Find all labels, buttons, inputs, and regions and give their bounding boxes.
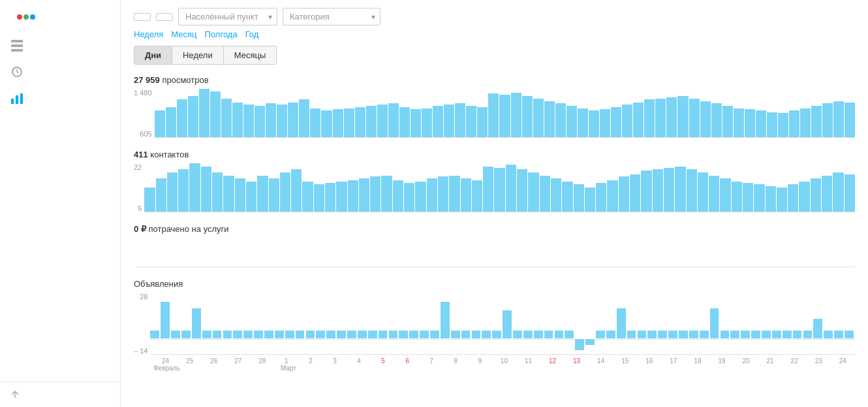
category-select[interactable]: Категория <box>283 8 380 25</box>
layers-icon <box>10 39 23 52</box>
bar <box>420 331 429 339</box>
svg-rect-5 <box>16 95 18 104</box>
bar <box>280 172 290 212</box>
avito-link[interactable] <box>10 390 110 399</box>
x-axis-label: 5 <box>371 357 395 365</box>
period-year[interactable]: Год <box>245 29 259 39</box>
tab-months[interactable]: Месяцы <box>224 46 277 65</box>
bar <box>533 99 544 137</box>
x-axis-container: 2425262728123456789101112131415161718192… <box>153 357 855 365</box>
bar <box>619 176 629 212</box>
x-month-label: Февраль <box>153 365 180 372</box>
x-axis-label: 14 <box>589 357 613 365</box>
x-axis-label: 26 <box>202 357 226 365</box>
period-links: Неделя Месяц Полгода Год <box>134 29 855 39</box>
views-y-top: 1 480 <box>134 89 152 97</box>
services-count: 0 ₽ <box>134 224 146 234</box>
ads-chart-section: Объявления 28 – 14 242526272812345678910… <box>134 279 855 372</box>
bar <box>600 109 610 137</box>
bar <box>783 331 792 339</box>
bar <box>679 331 688 339</box>
sidebar-item-statistics[interactable] <box>0 85 120 111</box>
x-month-label <box>445 365 469 372</box>
location-select[interactable]: Населённый пункт <box>178 8 277 25</box>
tab-weeks[interactable]: Недели <box>172 46 224 65</box>
x-month-label <box>421 365 445 372</box>
bar <box>213 331 222 339</box>
location-select-wrapper: Населённый пункт <box>178 8 277 25</box>
bar <box>144 187 155 212</box>
bar <box>306 331 315 339</box>
bar <box>766 186 776 212</box>
contacts-y-labels: 22 6 <box>134 163 142 212</box>
date-from-button[interactable] <box>134 13 151 21</box>
sidebar-item-ads[interactable] <box>0 33 120 59</box>
x-month-label <box>180 365 204 372</box>
x-month-label <box>469 365 493 372</box>
date-to-button[interactable] <box>156 13 173 21</box>
x-axis-label: 27 <box>226 357 250 365</box>
bar <box>171 331 180 339</box>
bar <box>627 331 636 339</box>
external-link-icon <box>10 390 20 399</box>
x-month-label <box>710 365 734 372</box>
x-axis-label: 23 <box>807 357 831 365</box>
bar <box>574 184 584 212</box>
bar <box>585 187 595 212</box>
contacts-chart-section: 411 контактов 22 6 <box>134 150 855 212</box>
bar <box>664 168 674 212</box>
bar <box>778 113 788 137</box>
bar <box>789 110 799 137</box>
bar <box>745 109 755 137</box>
x-month-label <box>542 365 566 372</box>
x-axis-label: 12 <box>540 357 565 365</box>
bar <box>522 96 533 137</box>
x-month-label <box>686 365 710 372</box>
bar <box>720 178 730 212</box>
views-y-bottom: 605 <box>134 130 152 138</box>
bar <box>189 163 200 212</box>
bar <box>730 331 739 339</box>
x-axis-label: 19 <box>709 357 734 365</box>
x-axis-label: 15 <box>613 357 637 365</box>
x-month-label <box>397 365 421 372</box>
bar <box>441 302 450 338</box>
header-controls: Населённый пункт Категория <box>134 8 855 25</box>
services-empty-chart <box>136 238 855 267</box>
bar <box>404 183 414 212</box>
bar <box>534 331 543 339</box>
views-chart-section: 27 959 просмотров 1 480 605 <box>134 75 855 138</box>
bar <box>275 331 284 339</box>
bar <box>221 99 232 137</box>
x-month-label <box>300 365 324 372</box>
bar <box>325 183 335 212</box>
bar <box>430 331 439 339</box>
bar <box>511 93 521 137</box>
x-axis-label: 9 <box>468 357 492 365</box>
x-axis-label: 6 <box>395 357 420 365</box>
bar <box>803 331 813 339</box>
x-axis-label: 1 <box>274 357 298 365</box>
bar <box>212 172 223 212</box>
period-halfyear[interactable]: Полгода <box>205 29 238 39</box>
bar <box>266 103 276 137</box>
bar <box>788 184 798 212</box>
sidebar-item-operations[interactable] <box>0 59 120 85</box>
bar <box>503 310 512 338</box>
bar <box>700 331 709 339</box>
bar <box>210 91 221 137</box>
period-month[interactable]: Месяц <box>171 29 196 39</box>
period-week[interactable]: Неделя <box>134 29 163 39</box>
bar <box>833 172 843 212</box>
bar <box>499 95 510 137</box>
tab-days[interactable]: Дни <box>134 46 172 65</box>
bar <box>233 331 242 339</box>
bar <box>355 107 365 137</box>
x-month-label <box>807 365 831 372</box>
bar <box>181 331 191 339</box>
bar <box>285 331 294 339</box>
bar <box>751 331 760 339</box>
bar <box>264 331 273 339</box>
bar <box>675 167 685 212</box>
bar <box>596 331 605 339</box>
